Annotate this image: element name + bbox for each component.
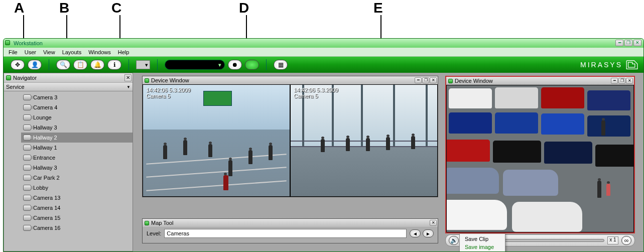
tree-item-label: Hallway 3	[33, 124, 57, 131]
app-title: Workstation	[14, 40, 43, 46]
tree-item-label: Camera 4	[33, 104, 57, 110]
menu-file[interactable]: File	[6, 49, 21, 56]
tree-item-label: Lobby	[33, 185, 48, 191]
tool-binoculars-icon[interactable]: 🔍	[56, 60, 70, 70]
map-tool-titlebar[interactable]: Map Tool ✕	[143, 219, 438, 227]
playback-speed[interactable]: x 1	[607, 236, 618, 244]
app-icon	[5, 40, 10, 45]
tool-move-icon[interactable]: ✥	[11, 60, 25, 70]
tool-clipboard-icon[interactable]: 📋	[73, 60, 87, 70]
device-window-titlebar[interactable]: Device Window ━ ❐ ✕	[143, 76, 438, 84]
panel-icon	[145, 78, 149, 83]
callout-d: D	[239, 0, 249, 16]
tree-item-label: Camera 13	[33, 195, 60, 201]
camera-icon	[23, 175, 31, 181]
menu-user[interactable]: User	[22, 49, 39, 56]
close-button[interactable]: ✕	[633, 40, 641, 46]
tree-item[interactable]: Hallway 3	[21, 122, 133, 133]
camera-icon	[23, 185, 31, 191]
tree-item[interactable]: Hallway 1	[21, 143, 133, 153]
close-button[interactable]: ✕	[626, 78, 633, 84]
ctx-save-image[interactable]: Save image	[460, 243, 505, 251]
tree-item[interactable]: Camera 4	[21, 102, 133, 112]
tree-item-label: Camera 3	[33, 94, 57, 100]
navigator-titlebar[interactable]: Navigator ✕	[4, 73, 133, 82]
camera-icon	[23, 225, 31, 231]
tree-item[interactable]: Hallway 3	[21, 163, 133, 173]
menu-windows[interactable]: Windows	[85, 49, 114, 56]
navigator-close-button[interactable]: ✕	[124, 74, 132, 81]
playback-sound-icon[interactable]: 🔊	[449, 236, 459, 245]
menu-view[interactable]: View	[40, 49, 58, 56]
maximize-button[interactable]: ❐	[618, 78, 625, 84]
navigator-service-label: Service	[6, 84, 25, 90]
tree-item-label: Car Park 2	[33, 175, 60, 181]
context-menu: Save Clip Save image	[459, 233, 505, 252]
brand-text: MIRASYS	[580, 61, 622, 69]
tool-record-icon[interactable]: ⏺	[228, 60, 242, 70]
panel-icon	[448, 79, 453, 83]
tree-item[interactable]: Car Park 2	[21, 173, 133, 183]
tool-grid-icon[interactable]: ▦	[274, 60, 288, 70]
menubar: File User View Layouts Windows Help	[4, 48, 643, 57]
panel-icon	[6, 75, 11, 80]
map-next-button[interactable]: ►	[423, 229, 434, 237]
content-area: Device Window ━ ❐ ✕	[135, 73, 643, 251]
minimize-button[interactable]: ━	[615, 40, 623, 46]
tree-item[interactable]: Lobby	[21, 183, 133, 193]
camera-feed-3[interactable]	[446, 85, 634, 232]
navigator-service-header[interactable]: Service ▼	[4, 82, 133, 91]
navigator-panel: Navigator ✕ Service ▼ Camera 3Camera 4Lo…	[4, 73, 133, 251]
minimize-button[interactable]: ━	[415, 77, 422, 83]
device-window-titlebar[interactable]: Device Window ━ ❐ ✕	[446, 77, 634, 85]
map-prev-button[interactable]: ◄	[410, 229, 421, 237]
tree-item[interactable]: Lounge	[21, 112, 133, 122]
tool-bell-icon[interactable]: 🔔	[90, 60, 104, 70]
camera-icon	[23, 215, 31, 221]
brand-logo: MIRASYS	[580, 57, 638, 73]
feed-timestamp: 14:42:06 5.3.2009	[294, 87, 338, 93]
tool-go-icon[interactable]	[245, 60, 259, 70]
maximize-button[interactable]: ❐	[624, 40, 632, 46]
tree-item-label: Entrance	[33, 155, 55, 161]
device-window-title: Device Window	[151, 77, 189, 83]
camera-feed-2[interactable]: 14:42:06 5.3.2009 Camera 5	[290, 84, 438, 197]
toolbar-separator	[128, 59, 129, 70]
toolbar-separator	[157, 59, 158, 70]
map-level-label: Level:	[147, 230, 161, 236]
camera-icon	[23, 155, 31, 161]
toolbar-search[interactable]: ▾	[165, 60, 225, 70]
camera-icon	[23, 195, 31, 201]
feed-overlay: 14:42:06 5.3.2009 Camera 5	[294, 87, 338, 99]
tool-info-icon[interactable]: ℹ	[107, 60, 121, 70]
tree-item[interactable]: Camera 3	[21, 92, 133, 102]
camera-icon	[23, 135, 31, 141]
playback-loop-icon[interactable]: ∞	[621, 236, 631, 245]
device-window-left: Device Window ━ ❐ ✕	[142, 76, 438, 197]
menu-help[interactable]: Help	[115, 49, 133, 56]
close-button[interactable]: ✕	[430, 77, 437, 83]
camera-icon	[23, 114, 31, 120]
tree-item[interactable]: Camera 14	[21, 203, 133, 213]
close-button[interactable]: ✕	[430, 220, 437, 226]
tree-item[interactable]: Camera 15	[21, 213, 133, 223]
tree-item[interactable]: Entrance	[21, 153, 133, 163]
tree-item[interactable]: Camera 16	[21, 223, 133, 233]
ctx-save-clip[interactable]: Save Clip	[460, 235, 505, 243]
toolbar-separator	[266, 59, 267, 70]
scene-glass	[291, 85, 437, 196]
navigator-tree[interactable]: Camera 3Camera 4LoungeHallway 3Hallway 2…	[4, 91, 133, 251]
map-level-input[interactable]	[164, 229, 407, 238]
camera-feed-1[interactable]: 14:42:06 5.3.2009 Camera 5	[143, 84, 290, 197]
app-titlebar[interactable]: Workstation ━ ❐ ✕	[4, 39, 643, 48]
tool-user-icon[interactable]: 👤	[28, 60, 42, 70]
toolbar-dropdown[interactable]: ▾	[136, 60, 150, 69]
maximize-button[interactable]: ❐	[422, 77, 429, 83]
menu-layouts[interactable]: Layouts	[59, 49, 85, 56]
camera-icon	[23, 104, 31, 110]
tree-item[interactable]: Hallway 2	[21, 133, 133, 143]
feed-timestamp: 14:42:06 5.3.2009	[146, 87, 191, 93]
tree-item[interactable]: Camera 13	[21, 193, 133, 203]
minimize-button[interactable]: ━	[611, 78, 618, 84]
feed-camera-name: Camera 5	[146, 93, 191, 99]
